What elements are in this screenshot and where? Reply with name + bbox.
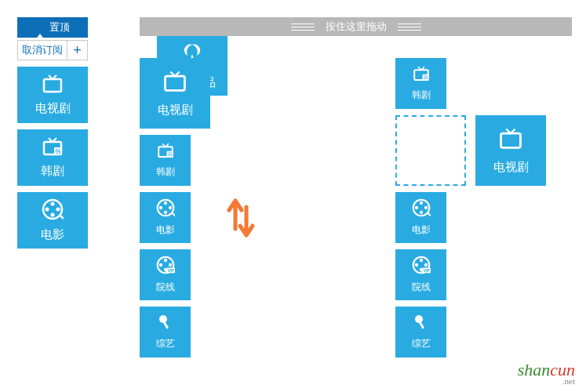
unsubscribe-row: 取消订阅 + (17, 40, 88, 60)
sidebar-item-korean[interactable]: 韩 韩剧 (17, 129, 88, 186)
drag-lines-icon (398, 24, 421, 31)
svg-point-16 (163, 201, 166, 205)
film-reel-icon (156, 198, 175, 220)
tile-movie[interactable]: 电影 (395, 192, 446, 243)
svg-point-10 (51, 213, 55, 217)
mic-icon (413, 314, 430, 334)
svg-rect-46 (418, 321, 424, 329)
korean-tv-icon: 韩 (156, 142, 175, 162)
tv-icon (41, 74, 64, 97)
tile-label: 电视剧 (493, 160, 529, 175)
tile-tv-large[interactable]: 电视剧 (140, 58, 210, 129)
svg-point-7 (51, 202, 55, 206)
vip-reel-icon: VIP (412, 256, 431, 278)
sidebar-item-label: 电影 (41, 227, 64, 242)
tile-cinema[interactable]: VIP 院线 (140, 249, 191, 300)
tile-label: 综艺 (412, 337, 431, 350)
svg-point-39 (419, 259, 422, 262)
svg-point-9 (56, 208, 60, 212)
sidebar: 原创出品 置顶 取消订阅 + 电视剧 韩 韩剧 电影 (17, 17, 88, 255)
svg-rect-11 (166, 76, 185, 90)
korean-tv-icon: 韩 (412, 65, 431, 85)
watermark: shancun .net (518, 361, 575, 386)
tile-label: 电影 (156, 223, 175, 237)
tile-label: 电视剧 (158, 103, 193, 118)
main-area: 按住这里拖动 电视剧 韩 韩剧 电影 VIP 院线 综艺 (140, 17, 572, 358)
tile-label: 综艺 (156, 337, 175, 350)
svg-point-45 (415, 315, 423, 323)
drag-handle-bar[interactable]: 按住这里拖动 (140, 17, 572, 36)
tile-variety[interactable]: 综艺 (140, 307, 191, 358)
right-column: 韩 韩剧 电视剧 电影 VIP 院线 综艺 (395, 58, 546, 358)
tile-label: 院线 (412, 281, 431, 294)
film-reel-icon (42, 198, 64, 223)
tile-variety[interactable]: 综艺 (395, 307, 446, 358)
svg-point-36 (424, 206, 427, 209)
tv-icon (162, 70, 188, 96)
tile-cinema[interactable]: VIP 院线 (395, 249, 446, 300)
sidebar-item-label: 韩剧 (41, 164, 64, 179)
svg-text:VIP: VIP (167, 268, 174, 273)
tile-label: 电影 (412, 223, 431, 237)
svg-rect-2 (44, 79, 61, 92)
vip-reel-icon: VIP (156, 256, 175, 278)
svg-point-18 (168, 206, 171, 209)
film-reel-icon (412, 198, 431, 220)
tv-icon (497, 127, 524, 154)
tile-label: 韩剧 (412, 89, 431, 102)
sidebar-item-tv[interactable]: 电视剧 (17, 67, 88, 123)
svg-point-19 (163, 211, 166, 214)
svg-point-34 (419, 201, 422, 205)
pin-arrow-icon (35, 22, 45, 34)
svg-rect-28 (162, 321, 169, 329)
svg-point-22 (158, 263, 162, 267)
svg-rect-32 (501, 133, 521, 147)
watermark-part1: shan (518, 360, 551, 379)
svg-text:VIP: VIP (423, 268, 430, 273)
korean-tv-icon: 韩 (41, 136, 64, 160)
mic-icon (157, 314, 174, 334)
unsubscribe-button[interactable]: 取消订阅 (17, 40, 67, 60)
svg-point-41 (424, 263, 427, 267)
left-column: 电视剧 韩 韩剧 电影 VIP 院线 综艺 (140, 58, 210, 358)
svg-point-35 (414, 206, 417, 209)
svg-text:韩: 韩 (423, 74, 428, 80)
svg-text:韩: 韩 (167, 151, 172, 157)
pin-button[interactable]: 置顶 (17, 17, 88, 38)
sidebar-item-movie[interactable]: 电影 (17, 192, 88, 249)
drag-lines-icon (291, 24, 315, 31)
tile-korean[interactable]: 韩 韩剧 (140, 135, 191, 186)
svg-point-40 (414, 263, 417, 267)
svg-point-37 (419, 211, 422, 214)
tile-label: 院线 (156, 281, 175, 294)
tile-korean[interactable]: 韩 韩剧 (395, 58, 446, 109)
add-button[interactable]: + (67, 40, 88, 60)
swap-arrows-icon (224, 198, 256, 241)
svg-point-17 (158, 206, 162, 209)
tile-label: 韩剧 (156, 165, 175, 179)
svg-text:韩: 韩 (55, 148, 61, 155)
pin-label: 置顶 (49, 20, 70, 34)
svg-point-21 (163, 259, 166, 262)
tile-tv-large[interactable]: 电视剧 (475, 115, 546, 186)
svg-point-8 (45, 208, 49, 212)
drag-bar-label: 按住这里拖动 (326, 20, 387, 34)
drop-placeholder[interactable] (395, 115, 466, 186)
tile-movie[interactable]: 电影 (140, 192, 191, 243)
svg-point-27 (159, 315, 167, 323)
svg-point-23 (168, 263, 171, 267)
sidebar-item-label: 电视剧 (35, 101, 71, 116)
